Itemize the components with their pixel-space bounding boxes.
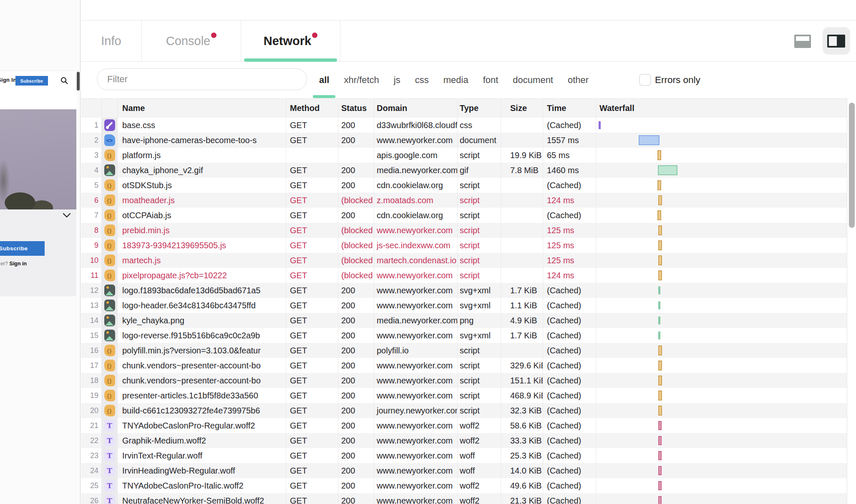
filter-other[interactable]: other [568,62,589,98]
cell-domain: journey.newyorker.com [374,403,457,418]
table-row[interactable]: 14 kyle_chayka.png GET 200 media.newyork… [81,313,847,328]
filter-all[interactable]: all [319,62,329,98]
table-row[interactable]: 1 base.css GET 200 d33wubrfki0l68.cloudf… [81,118,847,133]
table-row[interactable]: 22 T Graphik-Medium.woff2 GET 200 www.ne… [81,433,847,448]
paywall-subscribe-button[interactable]: Subscribe [0,241,45,256]
preview-sign-in-link[interactable]: Sign In [0,77,16,83]
table-row[interactable]: 9 {} 183973-93942139695505.js GET (block… [81,238,847,253]
tab-info[interactable]: Info [81,20,142,61]
cell-waterfall [596,178,847,193]
table-row[interactable]: 15 logo-reverse.f915b516b6ca9c0c2a9b GET… [81,328,847,343]
filter-document[interactable]: document [513,62,553,98]
script-file-icon: {} [104,360,115,371]
errors-only-checkbox[interactable] [639,74,651,86]
table-scrollbar-track[interactable] [847,98,856,504]
cell-status: 200 [338,418,374,433]
table-row[interactable]: 11 {} pixelpropagate.js?cb=10222 GET (bl… [81,268,847,283]
cell-waterfall [596,343,847,358]
cell-type: woff [457,463,501,478]
cell-status: (blocked [338,253,374,268]
table-row[interactable]: 4 chayka_iphone_v2.gif GET 200 media.new… [81,163,847,178]
table-row[interactable]: 7 {} otCCPAiab.js GET 200 cdn.cookielaw.… [81,208,847,223]
cell-domain: www.newyorker.com [374,358,457,373]
app-root: Sign In Subscribe Subscribe er? Sign in [0,0,856,504]
header-time[interactable]: Time [543,99,596,118]
header-type[interactable]: Type [457,99,501,118]
row-number: 3 [81,148,101,163]
row-number: 7 [81,208,101,223]
cell-status: 200 [338,298,374,313]
row-icon-cell: {} [101,268,117,283]
waterfall-bar [599,121,601,129]
table-row[interactable]: 25 T TNYAdobeCaslonPro-Italic.woff2 GET … [81,478,847,493]
paywall-sign-in-link[interactable]: Sign in [10,261,27,267]
filter-css[interactable]: css [415,62,429,98]
cell-name: TNYAdobeCaslonPro-Italic.woff2 [117,478,286,493]
header-name[interactable]: Name [117,99,286,118]
cell-size [501,253,543,268]
dock-bottom-icon[interactable] [794,35,811,48]
cell-name: moatheader.js [117,193,286,208]
waterfall-bar [658,436,662,445]
table-row[interactable]: 24 T IrvinHeadingWeb-Regular.woff GET 20… [81,463,847,478]
cell-method: GET [286,313,338,328]
cell-size [501,133,543,148]
preview-subscribe-button[interactable]: Subscribe [15,76,48,86]
cell-time: (Cached) [543,298,596,313]
preview-whitespace [0,90,76,109]
table-row[interactable]: 17 {} chunk.vendors~presenter-account-bo… [81,358,847,373]
table-row[interactable]: 5 {} otSDKStub.js GET 200 cdn.cookielaw.… [81,178,847,193]
header-method[interactable]: Method [286,99,338,118]
table-row[interactable]: 10 {} martech.js GET (blocked martech.co… [81,253,847,268]
header-size[interactable]: Size [501,99,543,118]
tab-console-label: Console [166,34,210,48]
table-row[interactable]: 23 T IrvinText-Regular.woff GET 200 www.… [81,448,847,463]
table-row[interactable]: 2 <> have-iphone-cameras-become-too-s GE… [81,133,847,148]
header-domain[interactable]: Domain [374,99,457,118]
cell-waterfall [596,463,847,478]
errors-only-label[interactable]: Errors only [655,62,700,98]
cell-status: 200 [338,313,374,328]
waterfall-bar [658,317,660,325]
cell-time: (Cached) [543,388,596,403]
table-scrollbar-thumb[interactable] [849,103,855,228]
chevron-down-icon[interactable] [63,212,70,219]
tab-network[interactable]: Network [241,20,340,61]
search-icon[interactable] [60,77,68,86]
row-number: 5 [81,178,101,193]
table-row[interactable]: 26 T NeutrafaceNewYorker-SemiBold.woff2 … [81,493,847,504]
cell-time: (Cached) [543,478,596,493]
filter-js[interactable]: js [394,62,400,98]
table-row[interactable]: 18 {} chunk.vendors~presenter-account-bo… [81,373,847,388]
cell-status: 200 [338,283,374,298]
header-waterfall[interactable]: Waterfall [596,99,847,118]
waterfall-bar [658,391,662,401]
table-row[interactable]: 20 {} build-c661c123093272fe4e739975b6 G… [81,403,847,418]
row-icon-cell [101,118,117,133]
cell-domain: www.newyorker.com [374,133,457,148]
row-icon-cell: {} [101,343,117,358]
cell-time: (Cached) [543,118,596,133]
table-row[interactable]: 6 {} moatheader.js GET (blocked z.moatad… [81,193,847,208]
table-row[interactable]: 21 T TNYAdobeCaslonPro-Regular.woff2 GET… [81,418,847,433]
tab-console[interactable]: Console [142,20,241,61]
preview-scrollbar[interactable] [77,72,80,91]
cell-time: 1460 ms [543,163,596,178]
row-icon-cell: <> [101,133,117,148]
filter-font[interactable]: font [483,62,498,98]
tab-info-label: Info [101,34,121,48]
table-row[interactable]: 8 {} prebid.min.js GET (blocked www.newy… [81,223,847,238]
cell-waterfall [596,493,847,504]
dock-right-button[interactable] [823,27,850,55]
filter-input[interactable] [97,68,307,90]
filter-media[interactable]: media [443,62,468,98]
cell-name: have-iphone-cameras-become-too-s [117,133,286,148]
table-row[interactable]: 19 {} presenter-articles.1c1bf5f8de33a56… [81,388,847,403]
table-row[interactable]: 12 logo.f1893bac6dafe13d6d5bad671a5 GET … [81,283,847,298]
table-row[interactable]: 3 {} platform.js apis.google.com script … [81,148,847,163]
cell-method: GET [286,283,338,298]
table-row[interactable]: 13 logo-header.6e34c81346bc43475ffd GET … [81,298,847,313]
filter-xhr-fetch[interactable]: xhr/fetch [344,62,379,98]
table-row[interactable]: 16 {} polyfill.min.js?version=3.103.0&fe… [81,343,847,358]
header-status[interactable]: Status [338,99,374,118]
